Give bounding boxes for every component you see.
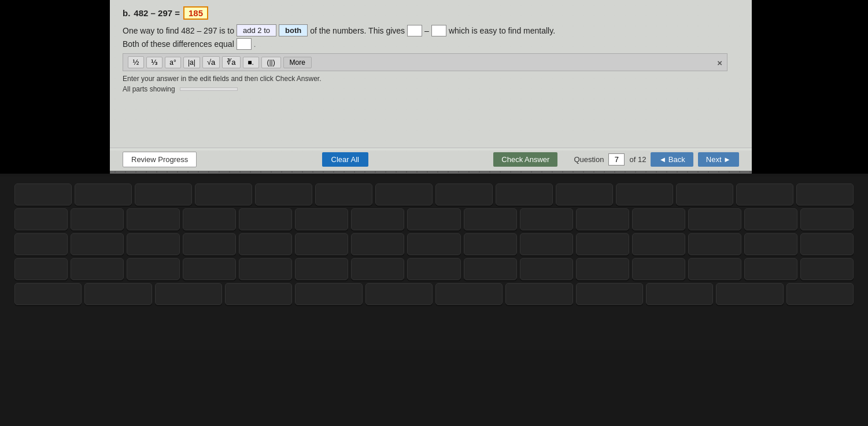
- close-toolbar-btn[interactable]: ×: [717, 57, 722, 67]
- nav-right: Check Answer Question 7 of 12 ◄ Back Nex…: [493, 152, 739, 167]
- question-number-box: 7: [608, 153, 625, 166]
- total-questions: of 12: [629, 155, 646, 164]
- decimal-btn[interactable]: ■.: [243, 57, 259, 68]
- sqrt-btn[interactable]: √a: [202, 56, 220, 68]
- text-line2: Both of these differences equal: [123, 39, 234, 49]
- problem-answer: 185: [183, 8, 208, 19]
- check-answer-button[interactable]: Check Answer: [493, 152, 557, 167]
- review-progress-button[interactable]: Review Progress: [123, 152, 197, 167]
- next-button[interactable]: Next ►: [698, 152, 739, 167]
- math-toolbar: ½ ⅓ a° |a| √a ∛a ■. (||) More ×: [123, 53, 727, 71]
- add2to-box: add 2 to: [237, 24, 276, 36]
- question-label: Question: [574, 155, 604, 164]
- input-box-1[interactable]: [407, 25, 422, 36]
- fraction-btn[interactable]: ½: [128, 56, 144, 68]
- progress-bar-mini: [180, 87, 238, 91]
- both-box: both: [279, 24, 308, 36]
- text-line1: One way to find 482 – 297 is to: [123, 26, 234, 35]
- input-box-3[interactable]: [237, 38, 252, 50]
- problem-label: b.: [123, 8, 130, 18]
- cbrt-btn[interactable]: ∛a: [222, 56, 240, 68]
- text-easy: which is easy to find mentally.: [449, 26, 555, 35]
- superscript-btn[interactable]: a°: [165, 57, 181, 68]
- input-box-2[interactable]: [431, 25, 446, 36]
- absolute-value-btn[interactable]: |a|: [183, 57, 200, 68]
- back-button[interactable]: ◄ Back: [651, 152, 693, 167]
- mixed-fraction-btn[interactable]: ⅓: [146, 57, 162, 68]
- instructions-text: Enter your answer in the edit fields and…: [123, 75, 739, 83]
- clear-all-button[interactable]: Clear All: [322, 152, 368, 167]
- all-parts-label: All parts showing: [123, 85, 175, 93]
- matrix-btn[interactable]: (||): [261, 57, 281, 68]
- text-line1-cont: of the numbers. This gives: [310, 26, 405, 35]
- problem-expression: 482 – 297 =: [134, 8, 180, 18]
- more-btn[interactable]: More: [283, 57, 312, 68]
